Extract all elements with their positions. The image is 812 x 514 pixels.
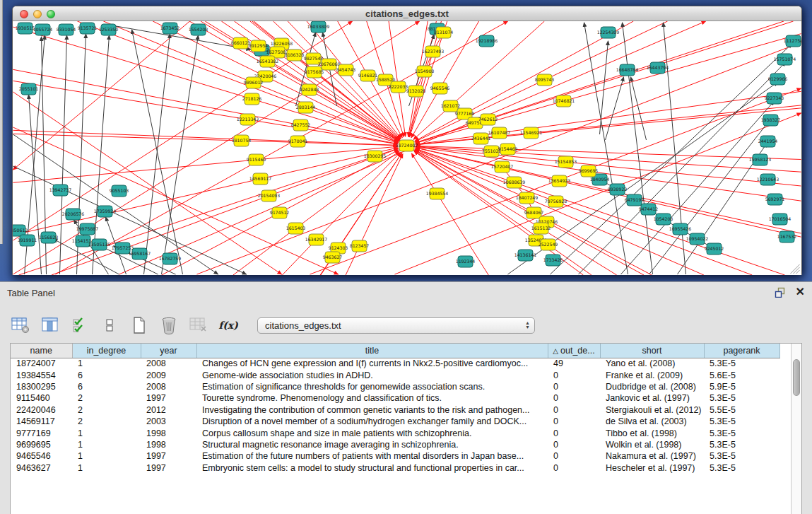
table-row[interactable]: 946554611997Estimation of the future num… [11,450,779,462]
table-cell[interactable]: 1 [72,462,141,474]
selected-node[interactable]: 8454743 [336,64,356,76]
selected-node[interactable]: 1810754 [232,135,252,146]
table-cell[interactable]: Tourette syndrome. Phenomenology and cla… [196,392,548,404]
selected-node[interactable]: 11546921 [520,127,543,139]
node[interactable]: 9245012 [705,243,724,255]
table-cell[interactable]: Changes of HCN gene expression and I(f) … [196,358,548,369]
selected-node[interactable]: 10746821 [553,95,575,107]
show-columns-icon[interactable] [40,315,61,336]
table-cell[interactable]: Nakamura et al. (1997) [600,450,704,462]
table-cell[interactable]: 2 [72,416,141,427]
table-cell[interactable]: 0 [548,392,600,404]
selected-edge[interactable] [13,146,398,182]
table-cell[interactable]: 5.3E-5 [704,427,779,438]
edge[interactable] [584,23,628,274]
node[interactable]: 1673452 [160,23,180,34]
node[interactable]: 1733426 [543,255,563,266]
table-cell[interactable]: 0 [548,416,600,427]
table-cell[interactable]: 2008 [141,381,196,392]
node[interactable]: 5692971 [765,194,785,205]
table-cell[interactable]: 1997 [141,462,196,474]
select-columns-icon[interactable] [69,315,90,336]
node[interactable]: 20206576 [62,209,85,220]
selected-node[interactable]: 2718126 [242,93,262,105]
edge[interactable] [60,35,67,274]
edge[interactable] [132,30,183,274]
table-cell[interactable]: 18724007 [11,358,72,369]
selected-node[interactable]: 9170041 [288,136,308,147]
node[interactable]: 9135721 [78,23,98,34]
table-cell[interactable]: 19384554 [11,369,72,380]
new-table-icon[interactable] [129,315,150,336]
node[interactable]: 3919911 [18,235,37,246]
node[interactable]: 1112754 [784,35,801,47]
window-resize-grip[interactable] [794,267,800,274]
table-selector-dropdown[interactable]: citations_edges.txt ▲▼ [257,317,535,334]
column-header-year[interactable]: year [141,344,196,358]
table-cell[interactable]: Hescheler et al. (1997) [600,462,704,474]
selected-edge[interactable] [346,154,403,275]
node[interactable]: 9129966 [768,74,788,85]
table-cell[interactable]: 9699695 [11,439,72,450]
node[interactable]: 16782759 [159,253,182,264]
node[interactable]: 13942737 [49,185,72,196]
node[interactable]: 8331054 [57,24,76,35]
attribute-table[interactable]: namein_degreeyeartitle△out_de...shortpag… [10,343,802,514]
selected-node[interactable]: 9242848 [300,84,319,95]
table-cell[interactable]: 5.5E-5 [704,404,779,416]
selected-node[interactable]: 10688639 [503,177,526,188]
table-row[interactable]: 1456911722003Disruption of a novel membe… [11,416,779,427]
table-cell[interactable]: 5.9E-5 [704,381,779,392]
selected-node[interactable]: 9132028 [406,86,426,97]
column-header-short[interactable]: short [600,344,704,358]
node[interactable]: 12254309 [597,27,620,38]
table-header-row[interactable]: namein_degreeyeartitle△out_de...shortpag… [11,344,779,358]
edge[interactable] [631,77,647,140]
table-cell[interactable]: 14569117 [11,416,72,427]
network-graph[interactable]: 1930515105572483310549135721125335020551… [13,21,801,275]
table-cell[interactable]: 0 [548,439,600,450]
table-row[interactable]: 911546021997Tourette syndrome. Phenomeno… [11,392,779,404]
selected-node[interactable]: 8186328 [285,49,305,61]
table-cell[interactable]: 2012 [141,404,196,416]
selected-edge[interactable] [13,21,420,274]
selected-node[interactable]: 9146821 [358,70,378,81]
table-row[interactable]: 969969511998Structural magnetic resonanc… [11,439,779,450]
edge[interactable] [93,35,110,274]
table-cell[interactable]: Structural magnetic resonance image aver… [196,439,548,450]
edge[interactable] [112,25,251,49]
node[interactable]: 15958123 [749,154,772,165]
selected-node[interactable]: 8660123 [231,37,251,49]
table-cell[interactable]: 0 [548,381,600,392]
table-cell[interactable]: 9777169 [11,427,72,438]
node[interactable]: 8938923 [608,184,628,195]
table-cell[interactable]: Disruption of a novel member of a sodium… [196,416,548,427]
node[interactable]: 2055101 [19,83,39,95]
selected-edge[interactable] [409,21,441,136]
table-cell[interactable]: 1998 [141,427,196,438]
close-panel-icon[interactable]: ✕ [796,286,805,298]
table-cell[interactable]: de Silva et al. (2003) [600,416,704,427]
delete-table-icon[interactable] [188,315,209,336]
table-cell[interactable]: 2 [72,404,141,416]
table-cell[interactable]: Wolkin et al. (1998) [600,439,704,450]
table-row[interactable]: 977716911998Corpus callosum shape and si… [11,427,779,438]
selected-node[interactable]: 9699695 [579,165,599,177]
node[interactable]: 1192344 [456,256,476,267]
selected-node[interactable]: 8222033 [389,81,408,93]
table-cell[interactable]: 1 [72,427,141,438]
node[interactable]: 15751074 [774,54,796,65]
edge[interactable] [621,101,775,274]
table-cell[interactable]: 1997 [141,392,196,404]
selected-node[interactable]: 7462612 [478,114,498,125]
selected-node[interactable]: 8095743 [535,74,555,86]
node[interactable]: 6479197 [625,194,645,206]
table-cell[interactable]: Stergiakouli et al. (2012) [600,404,704,416]
selected-node[interactable]: 8131074 [434,27,454,38]
node[interactable]: 14136141 [514,250,537,261]
table-scrollbar-thumb[interactable] [793,359,800,396]
node[interactable]: 17016504 [769,214,792,225]
selected-node[interactable]: 14569117 [249,173,272,185]
table-cell[interactable]: 22420046 [11,404,72,416]
network-window[interactable]: citations_edges.txt 19305151055724833105… [12,6,802,275]
